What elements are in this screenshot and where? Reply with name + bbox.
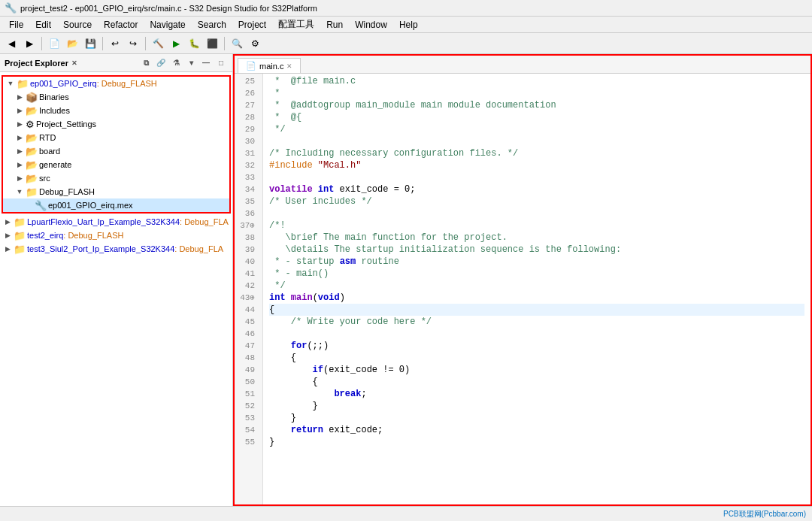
menu-help[interactable]: Help (393, 18, 424, 32)
toolbar-new[interactable]: 📄 (46, 35, 62, 52)
explorer-collapse-all[interactable]: ⧉ (139, 56, 153, 70)
project-tree[interactable]: ▼ 📁 ep001_GPIO_eirq: Debug_FLASH ▶ 📦 Bin… (0, 72, 232, 506)
toolbar-build[interactable]: 🔨 (150, 35, 166, 52)
explorer-minimize[interactable]: — (199, 56, 213, 70)
tree-debug-flash[interactable]: ▼ 📁 Debug_FLASH (3, 185, 229, 198)
explorer-filter[interactable]: ⚗ (169, 56, 183, 70)
lnum-43: 43⊕ (239, 292, 258, 304)
code-line-40: * - startup asm routine (269, 256, 804, 268)
toolbar-stop[interactable]: ⬛ (204, 35, 220, 52)
tree-test3-label: test3_Siul2_Port_Ip_Example_S32K344: Deb… (27, 244, 223, 253)
explorer-menu[interactable]: ▾ (184, 56, 198, 70)
toolbar-debug[interactable]: 🐛 (186, 35, 202, 52)
tree-binaries-arrow[interactable]: ▶ (15, 92, 24, 101)
code-line-32: #include "Mcal.h" (269, 159, 804, 171)
menu-source[interactable]: Source (57, 18, 98, 32)
lnum-41: 41 (239, 268, 258, 280)
editor-tab-main[interactable]: 📄 main.c ✕ (238, 58, 301, 73)
toolbar-save[interactable]: 💾 (82, 35, 98, 52)
lnum-34: 34 (239, 183, 258, 195)
code-line-50: { (269, 376, 804, 388)
test3-icon: 📁 (14, 244, 26, 255)
src-icon: 📂 (26, 173, 38, 184)
editor-tabs: 📄 main.c ✕ (235, 56, 810, 74)
code-line-38: \brief The main function for the project… (269, 232, 804, 244)
code-line-30 (269, 135, 804, 147)
tree-lpuart-arrow[interactable]: ▶ (3, 217, 12, 226)
tree-board[interactable]: ▶ 📂 board (3, 144, 229, 158)
board-icon: 📂 (26, 146, 38, 157)
menu-run[interactable]: Run (320, 18, 349, 32)
lnum-52: 52 (239, 400, 258, 412)
tree-ep001-arrow[interactable]: ▼ (6, 79, 15, 88)
tree-lpuart-label: LpuartFlexio_Uart_Ip_Example_S32K344: De… (27, 217, 229, 226)
lnum-31: 31 (239, 147, 258, 159)
menu-search[interactable]: Search (192, 18, 232, 32)
lnum-29: 29 (239, 123, 258, 135)
code-line-55: } (269, 436, 804, 448)
tree-rtd[interactable]: ▶ 📂 RTD (3, 131, 229, 144)
code-content[interactable]: * @file main.c * * @addtogroup main_modu… (263, 74, 810, 504)
menubar: File Edit Source Refactor Navigate Searc… (0, 17, 812, 33)
menu-window[interactable]: Window (349, 18, 393, 32)
tree-test2-arrow[interactable]: ▶ (3, 231, 12, 240)
tree-proj-settings-arrow[interactable]: ▶ (15, 120, 24, 129)
toolbar-settings[interactable]: ⚙ (247, 35, 263, 52)
code-editor[interactable]: 25 26 27 28 29 30 31 32 33 34 35 36 37⊕ … (235, 74, 810, 504)
menu-file[interactable]: File (3, 18, 29, 32)
tab-close-btn[interactable]: ✕ (286, 62, 292, 70)
tree-ep001[interactable]: ▼ 📁 ep001_GPIO_eirq: Debug_FLASH (3, 77, 229, 90)
code-line-27: * @addtogroup main_module main module do… (269, 99, 804, 111)
project-icon: 📁 (17, 78, 29, 89)
main-layout: Project Explorer ✕ ⧉ 🔗 ⚗ ▾ — □ ▼ 📁 ep001… (0, 54, 812, 506)
ep001-group: ▼ 📁 ep001_GPIO_eirq: Debug_FLASH ▶ 📦 Bin… (2, 75, 231, 214)
tree-includes-arrow[interactable]: ▶ (15, 106, 24, 115)
lnum-44: 44 (239, 304, 258, 316)
tree-mex-file[interactable]: 🔧 ep001_GPIO_eirq.mex (3, 198, 229, 212)
lnum-54: 54 (239, 424, 258, 436)
menu-refactor[interactable]: Refactor (98, 18, 144, 32)
menu-edit[interactable]: Edit (29, 18, 57, 32)
toolbar-back[interactable]: ◀ (3, 35, 20, 52)
toolbar-redo[interactable]: ↪ (125, 35, 141, 52)
tree-rtd-arrow[interactable]: ▶ (15, 133, 24, 142)
tree-project-settings[interactable]: ▶ ⚙ Project_Settings (3, 117, 229, 131)
tree-board-label: board (39, 147, 60, 156)
tree-lpuart[interactable]: ▶ 📁 LpuartFlexio_Uart_Ip_Example_S32K344… (0, 215, 232, 229)
toolbar-run[interactable]: ▶ (168, 35, 184, 52)
menu-navigate[interactable]: Navigate (144, 18, 191, 32)
code-line-53: } (269, 412, 804, 424)
binaries-icon: 📦 (26, 92, 38, 103)
tree-test3-arrow[interactable]: ▶ (3, 244, 12, 253)
tree-board-arrow[interactable]: ▶ (15, 147, 24, 156)
tree-test2[interactable]: ▶ 📁 test2_eirq: Debug_FLASH (0, 229, 232, 242)
toolbar-sep4 (224, 37, 225, 50)
tree-src[interactable]: ▶ 📂 src (3, 171, 229, 185)
tree-includes[interactable]: ▶ 📂 Includes (3, 104, 229, 117)
tree-includes-label: Includes (39, 106, 70, 115)
tree-test3[interactable]: ▶ 📁 test3_Siul2_Port_Ip_Example_S32K344:… (0, 242, 232, 256)
tree-binaries[interactable]: ▶ 📦 Binaries (3, 90, 229, 104)
editor-panel: 📄 main.c ✕ 25 26 27 28 29 30 31 32 33 34… (233, 54, 812, 506)
lnum-50: 50 (239, 376, 258, 388)
menu-config[interactable]: 配置工具 (272, 17, 320, 32)
mex-icon: 🔧 (35, 200, 47, 211)
explorer-maximize[interactable]: □ (214, 56, 228, 70)
menu-project[interactable]: Project (232, 18, 272, 32)
toolbar-open[interactable]: 📂 (64, 35, 80, 52)
explorer-link-editor[interactable]: 🔗 (154, 56, 168, 70)
explorer-header: Project Explorer ✕ ⧉ 🔗 ⚗ ▾ — □ (0, 54, 232, 72)
toolbar-forward[interactable]: ▶ (21, 35, 38, 52)
titlebar: 🔧 project_test2 - ep001_GPIO_eirq/src/ma… (0, 0, 812, 17)
toolbar-search[interactable]: 🔍 (229, 35, 245, 52)
tree-src-arrow[interactable]: ▶ (15, 174, 24, 183)
code-line-45: /* Write your code here */ (269, 316, 804, 328)
code-line-46 (269, 328, 804, 340)
code-line-25: * @file main.c (269, 75, 804, 87)
tree-generate[interactable]: ▶ 📂 generate (3, 158, 229, 171)
title-icon: 🔧 (5, 2, 17, 14)
code-line-34: volatile int exit_code = 0; (269, 183, 804, 195)
tree-generate-arrow[interactable]: ▶ (15, 160, 24, 169)
toolbar-undo[interactable]: ↩ (107, 35, 123, 52)
tree-debug-flash-arrow[interactable]: ▼ (15, 187, 24, 196)
